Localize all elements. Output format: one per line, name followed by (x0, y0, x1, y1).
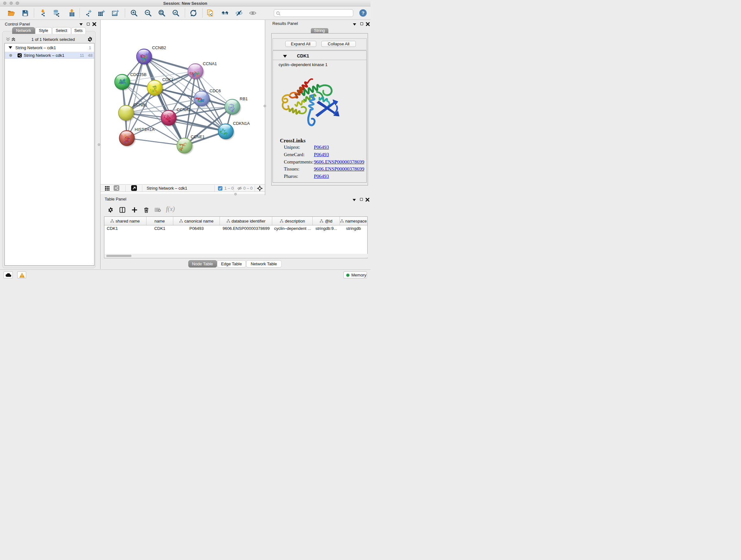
svg-text:CCNB2: CCNB2 (152, 45, 166, 50)
svg-text:RB1: RB1 (240, 96, 248, 101)
svg-text:CCNA1: CCNA1 (203, 61, 217, 66)
svg-text:CCNA2: CCNA2 (177, 107, 191, 112)
svg-text:HIST1H1A: HIST1H1A (135, 127, 154, 132)
svg-text:CDC25B: CDC25B (130, 72, 146, 77)
svg-text:CCNB1: CCNB1 (133, 102, 147, 107)
svg-text:CDKN1A: CDKN1A (233, 121, 250, 125)
svg-text:CDC6: CDC6 (210, 88, 221, 93)
svg-text:CCNE1: CCNE1 (191, 134, 205, 139)
svg-text:CDK1: CDK1 (162, 77, 174, 82)
